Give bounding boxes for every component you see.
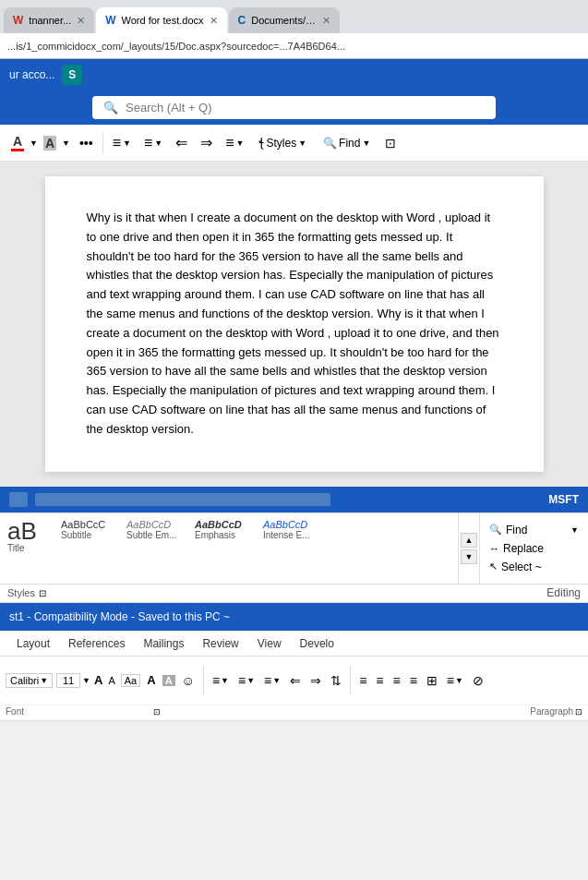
style-item-subtle[interactable]: AaBbCcD Subtle Em... xyxy=(126,519,189,540)
tab-view[interactable]: View xyxy=(248,633,291,656)
para-sort-btn[interactable]: ⇅ xyxy=(328,673,344,688)
bottom-ribbon-content: Calibri ▼ 11 ▼ A A Aa A A ☺ ≡▼ ≡▼ ≡▼ ⇐ ⇒… xyxy=(0,657,588,705)
font-color-button[interactable]: A xyxy=(7,132,28,153)
para-align-center-btn[interactable]: ≡ xyxy=(373,673,386,688)
tab-layout[interactable]: Layout xyxy=(7,633,59,656)
para-spacing-btn[interactable]: ≡▼ xyxy=(444,673,466,688)
char-shading-dropdown[interactable]: ▼ xyxy=(62,139,70,148)
tab2-close[interactable]: ✕ xyxy=(210,15,218,27)
font-size-down-btn[interactable]: A xyxy=(106,675,116,686)
styles-dropdown[interactable]: ▼ xyxy=(298,139,306,148)
styles-scroll-btns: ▲ ▼ xyxy=(458,513,479,584)
doc-title-label: st1 - Compatibility Mode - Saved to this… xyxy=(9,610,230,623)
tab3-title: Documents/docx xyxy=(251,15,316,26)
tab1-favicon: W xyxy=(13,14,23,27)
change-case-btn[interactable]: A xyxy=(162,675,175,686)
tab-2-active[interactable]: W Word for test.docx ✕ xyxy=(96,7,226,33)
bottom-ribbon-tabs: Layout References Mailings Review View D… xyxy=(0,631,588,657)
para-justify-btn[interactable]: ≡ xyxy=(407,673,420,688)
para-list-btn[interactable]: ≡▼ xyxy=(210,673,232,688)
style-item-title[interactable]: aB Title xyxy=(7,519,55,553)
style-subtle-preview: AaBbCcD xyxy=(126,519,171,530)
find-panel-find-dropdown[interactable]: ▼ xyxy=(570,525,579,535)
para-multilevel-btn[interactable]: ≡▼ xyxy=(261,673,283,688)
find-panel-replace-label: Replace xyxy=(503,542,544,555)
styles-scroll-down[interactable]: ▼ xyxy=(461,549,477,564)
para-decrease-indent-btn[interactable]: ⇐ xyxy=(287,673,304,688)
tab-3[interactable]: C Documents/docx ✕ xyxy=(229,7,340,33)
tab3-close[interactable]: ✕ xyxy=(322,15,330,27)
style-emphasis-preview: AaBbCcD xyxy=(195,519,242,530)
font-separator xyxy=(203,667,204,694)
style-subtitle-preview: AaBbCcC xyxy=(61,519,105,530)
font-size-box[interactable]: 11 xyxy=(56,673,80,688)
find-panel-select[interactable]: ↖ Select ~ xyxy=(486,559,582,575)
emoji-btn[interactable]: ☺ xyxy=(179,673,198,688)
style-subtitle-label: Subtitle xyxy=(61,530,91,540)
clear-format-btn[interactable]: A xyxy=(144,673,158,687)
read-mode-icon[interactable]: ⊡ xyxy=(381,134,400,152)
style-subtle-label: Subtle Em... xyxy=(126,530,176,540)
align-button[interactable]: ≡ ▼ xyxy=(222,133,247,153)
style-items-container: aB Title AaBbCcC Subtitle AaBbCcD Subtle… xyxy=(0,513,458,584)
para-align-left-btn[interactable]: ≡ xyxy=(356,673,369,688)
char-shading-button[interactable]: A xyxy=(40,134,60,152)
para-increase-indent-btn[interactable]: ⇒ xyxy=(307,673,324,688)
font-group-label: Font xyxy=(6,706,24,717)
find-panel-replace[interactable]: ↔ Replace xyxy=(486,540,582,557)
style-item-subtitle[interactable]: AaBbCcC Subtitle xyxy=(61,519,121,540)
increase-indent-button[interactable]: ⇒ xyxy=(197,132,216,153)
styles-scroll-up[interactable]: ▲ xyxy=(461,533,477,548)
find-icon: 🔍 xyxy=(323,137,337,150)
list-bullet-button[interactable]: ≡ ▼ xyxy=(109,133,135,153)
find-replace-panel: 🔍 Find ▼ ↔ Replace ↖ Select ~ xyxy=(479,513,588,584)
tab-mailings[interactable]: Mailings xyxy=(134,633,193,656)
style-title-label: Title xyxy=(7,543,25,553)
align-dropdown[interactable]: ▼ xyxy=(236,139,245,148)
para-align-right-btn[interactable]: ≡ xyxy=(390,673,403,688)
style-item-emphasis[interactable]: AaBbCcD Emphasis xyxy=(195,519,258,540)
float-bar-wide xyxy=(35,493,330,506)
style-item-intense[interactable]: AaBbCcD Intense E... xyxy=(263,519,326,540)
toolbar-ribbon: A ▼ A ▼ ••• ≡ ▼ ≡ ▼ ⇐ ⇒ ≡ ▼ ꞎ Styles ▼ 🔍… xyxy=(0,125,588,162)
para-expand-icon[interactable]: ⊡ xyxy=(575,707,582,717)
tab1-close[interactable]: ✕ xyxy=(77,15,85,27)
list-number-dropdown[interactable]: ▼ xyxy=(154,139,162,148)
aa-button[interactable]: Aa xyxy=(121,674,140,687)
list-number-button[interactable]: ≡ ▼ xyxy=(140,133,166,153)
find-search-icon: 🔍 xyxy=(489,524,502,536)
search-bar[interactable]: 🔍 xyxy=(92,96,496,119)
font-dropdown[interactable]: Calibri ▼ xyxy=(6,673,53,688)
tab1-title: tnanner... xyxy=(29,15,71,26)
find-panel-find[interactable]: 🔍 Find ▼ xyxy=(486,522,582,538)
font-expand-icon[interactable]: ⊡ xyxy=(153,707,161,717)
msft-float-bar: MSFT xyxy=(0,487,588,512)
find-button[interactable]: 🔍 Find ▼ xyxy=(318,135,376,151)
para-cols-btn[interactable]: ⊞ xyxy=(424,673,440,688)
address-text: ...is/1_commicidocx_com/_layouts/15/Doc.… xyxy=(7,41,345,52)
find-panel-find-label: Find xyxy=(506,524,527,536)
tab-references[interactable]: References xyxy=(59,633,134,656)
decrease-indent-button[interactable]: ⇐ xyxy=(172,132,191,153)
para-shading-btn[interactable]: ⊘ xyxy=(470,673,486,688)
font-size-dropdown[interactable]: ▼ xyxy=(82,676,90,685)
document-text: Why is it that when I create a document … xyxy=(87,209,502,440)
font-dropdown-arrow[interactable]: ▼ xyxy=(40,676,48,685)
para-numlist-btn[interactable]: ≡▼ xyxy=(235,673,258,688)
font-size-up-btn[interactable]: A xyxy=(92,673,104,687)
sharepoint-icon[interactable]: S xyxy=(62,65,82,85)
tab-develo[interactable]: Develo xyxy=(291,633,343,656)
styles-group-expand[interactable]: ⊡ xyxy=(39,588,46,598)
list-bullet-dropdown[interactable]: ▼ xyxy=(123,139,131,148)
tab-review[interactable]: Review xyxy=(193,633,247,656)
msft-label: MSFT xyxy=(548,493,579,506)
find-dropdown[interactable]: ▼ xyxy=(362,139,370,148)
tab2-title: Word for test.docx xyxy=(122,15,204,26)
tab-1[interactable]: W tnanner... ✕ xyxy=(4,7,94,33)
search-input[interactable] xyxy=(126,101,485,115)
tab3-favicon: C xyxy=(238,14,246,27)
font-color-dropdown[interactable]: ▼ xyxy=(30,139,38,148)
more-options-button[interactable]: ••• xyxy=(76,134,97,152)
styles-button[interactable]: ꞎ Styles ▼ xyxy=(253,134,312,151)
document-page: Why is it that when I create a document … xyxy=(45,176,544,472)
